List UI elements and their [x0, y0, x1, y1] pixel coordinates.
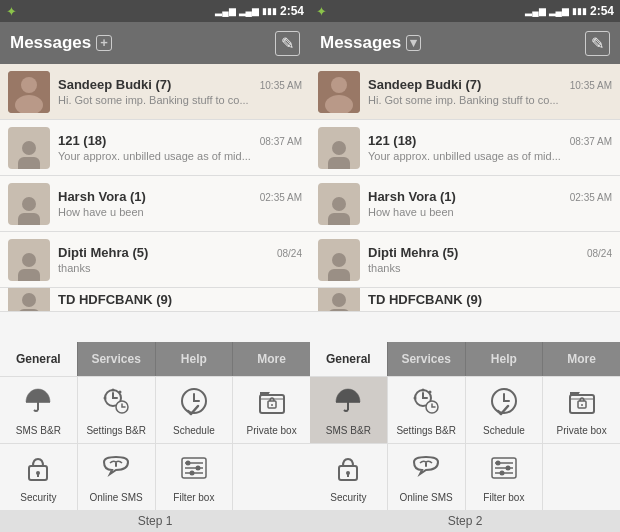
compose-button[interactable]: ✎: [275, 31, 300, 56]
avatar: [318, 127, 360, 169]
message-item[interactable]: Harsh Vora (1) 02:35 AM How have u been: [310, 176, 620, 232]
icon-cell-online-sms[interactable]: Online SMS: [78, 444, 156, 510]
battery-icon: ▮▮▮: [572, 6, 587, 16]
lock-folder-icon: [256, 385, 288, 425]
icon-cell-filter-box[interactable]: Filter box: [466, 444, 544, 510]
avatar: [8, 239, 50, 281]
msg-top: Sandeep Budki (7) 10:35 AM: [58, 77, 302, 92]
status-left: ✦: [316, 4, 327, 19]
signal-icon: ▂▄▆: [525, 6, 545, 16]
message-item[interactable]: Dipti Mehra (5) 08/24 thanks: [310, 232, 620, 288]
tab-general[interactable]: General: [310, 342, 388, 376]
msg-name: Harsh Vora (1): [58, 189, 146, 204]
network-leaf-icon: ✦: [6, 4, 17, 19]
msg-top: Harsh Vora (1) 02:35 AM: [368, 189, 612, 204]
msg-preview: thanks: [58, 262, 302, 274]
svg-rect-29: [318, 71, 360, 113]
step2-label: Step 2: [310, 510, 620, 532]
icon-cell-sms-br[interactable]: SMS B&R: [0, 377, 78, 443]
header-dropdown[interactable]: ▾: [406, 35, 421, 51]
msg-time: 02:35 AM: [260, 192, 302, 203]
msg-name: Sandeep Budki (7): [58, 77, 171, 92]
status-time: 2:54: [590, 4, 614, 18]
svg-point-51: [499, 471, 504, 476]
icon-cell-schedule[interactable]: Schedule: [466, 377, 544, 443]
svg-point-50: [505, 466, 510, 471]
message-item[interactable]: 121 (18) 08:37 AM Your approx. unbilled …: [0, 120, 310, 176]
svg-point-49: [495, 461, 500, 466]
svg-point-14: [271, 404, 273, 406]
icon-cell-online-sms[interactable]: Online SMS: [388, 444, 466, 510]
chat-wifi-icon: [410, 452, 442, 492]
svg-point-40: [581, 404, 583, 406]
icon-cell-settings-br[interactable]: Settings B&R: [388, 377, 466, 443]
msg-preview: Hi. Got some imp. Banking stuff to co...: [58, 94, 302, 106]
icon-cell-private-box[interactable]: Private box: [543, 377, 620, 443]
header-title: Messages ▾: [320, 33, 421, 53]
tab-services[interactable]: Services: [388, 342, 466, 376]
msg-preview: Your approx. unbilled usage as of mid...: [368, 150, 612, 162]
message-item[interactable]: TD HDFCBANK (9): [310, 288, 620, 312]
icon-label-filter-box: Filter box: [173, 492, 214, 504]
icons-row-1: SMS B&R Settings B&R Schedule: [310, 376, 620, 443]
msg-name: Dipti Mehra (5): [58, 245, 148, 260]
msg-name: TD HDFCBANK (9): [368, 292, 482, 307]
msg-preview: How have u been: [368, 206, 612, 218]
msg-name: Dipti Mehra (5): [368, 245, 458, 260]
tab-help[interactable]: Help: [466, 342, 544, 376]
svg-point-10: [104, 397, 107, 400]
icon-label-sms-br: SMS B&R: [326, 425, 371, 437]
msg-top: TD HDFCBANK (9): [58, 292, 302, 307]
icon-cell-private-box[interactable]: Private box: [233, 377, 310, 443]
avatar: [318, 71, 360, 113]
msg-content: Sandeep Budki (7) 10:35 AM Hi. Got some …: [58, 77, 302, 106]
signal-icon: ▂▄▆: [215, 6, 235, 16]
status-time: 2:54: [280, 4, 304, 18]
message-item[interactable]: 121 (18) 08:37 AM Your approx. unbilled …: [310, 120, 620, 176]
message-item[interactable]: Sandeep Budki (7) 10:35 AM Hi. Got some …: [0, 64, 310, 120]
avatar: [318, 183, 360, 225]
message-item[interactable]: Sandeep Budki (7) 10:35 AM Hi. Got some …: [310, 64, 620, 120]
filter-lines-icon: [178, 452, 210, 492]
message-item[interactable]: Dipti Mehra (5) 08/24 thanks: [0, 232, 310, 288]
msg-content: TD HDFCBANK (9): [368, 292, 612, 307]
status-bar: ✦ ▂▄▆ ▂▄▆ ▮▮▮ 2:54: [0, 0, 310, 22]
message-item[interactable]: Harsh Vora (1) 02:35 AM How have u been: [0, 176, 310, 232]
icons-grid: SMS B&R Settings B&R Schedule: [310, 376, 620, 510]
msg-content: 121 (18) 08:37 AM Your approx. unbilled …: [58, 133, 302, 162]
icon-cell-sms-br[interactable]: SMS B&R: [310, 377, 388, 443]
tab-services[interactable]: Services: [78, 342, 156, 376]
svg-point-36: [414, 397, 417, 400]
icon-label-schedule: Schedule: [483, 425, 525, 437]
tab-help[interactable]: Help: [156, 342, 234, 376]
tabs-bar: GeneralServicesHelpMore: [310, 342, 620, 376]
tab-more[interactable]: More: [233, 342, 310, 376]
message-item[interactable]: TD HDFCBANK (9): [0, 288, 310, 312]
icon-cell-settings-br[interactable]: Settings B&R: [78, 377, 156, 443]
msg-top: 121 (18) 08:37 AM: [368, 133, 612, 148]
icon-cell-security[interactable]: Security: [0, 444, 78, 510]
chat-wifi-icon: [100, 452, 132, 492]
avatar: [8, 127, 50, 169]
msg-time: 02:35 AM: [570, 192, 612, 203]
svg-point-25: [189, 471, 194, 476]
header-dropdown[interactable]: +: [96, 35, 112, 51]
msg-top: Sandeep Budki (7) 10:35 AM: [368, 77, 612, 92]
clock-check-icon: [178, 385, 210, 425]
svg-point-34: [422, 389, 425, 392]
icon-cell-security[interactable]: Security: [310, 444, 388, 510]
icon-label-filter-box: Filter box: [483, 492, 524, 504]
tab-general[interactable]: General: [0, 342, 78, 376]
msg-time: 10:35 AM: [570, 80, 612, 91]
msg-content: Harsh Vora (1) 02:35 AM How have u been: [58, 189, 302, 218]
icon-cell-filter-box[interactable]: Filter box: [156, 444, 234, 510]
msg-preview: thanks: [368, 262, 612, 274]
compose-button[interactable]: ✎: [585, 31, 610, 56]
icon-label-settings-br: Settings B&R: [396, 425, 455, 437]
msg-preview: How have u been: [58, 206, 302, 218]
msg-preview: Your approx. unbilled usage as of mid...: [58, 150, 302, 162]
tab-more[interactable]: More: [543, 342, 620, 376]
icon-cell-schedule[interactable]: Schedule: [156, 377, 234, 443]
msg-content: Dipti Mehra (5) 08/24 thanks: [58, 245, 302, 274]
umbrella-icon: [22, 385, 54, 425]
